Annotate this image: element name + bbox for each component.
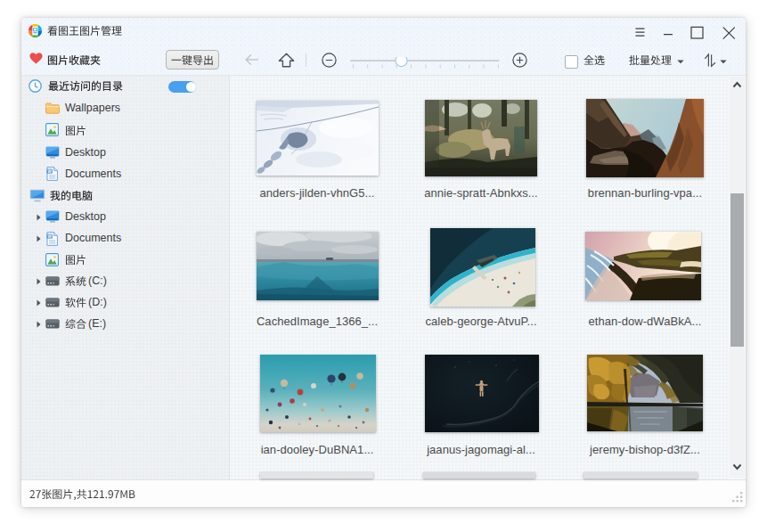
svg-text:W: W (48, 169, 53, 174)
svg-text:W: W (48, 234, 53, 239)
